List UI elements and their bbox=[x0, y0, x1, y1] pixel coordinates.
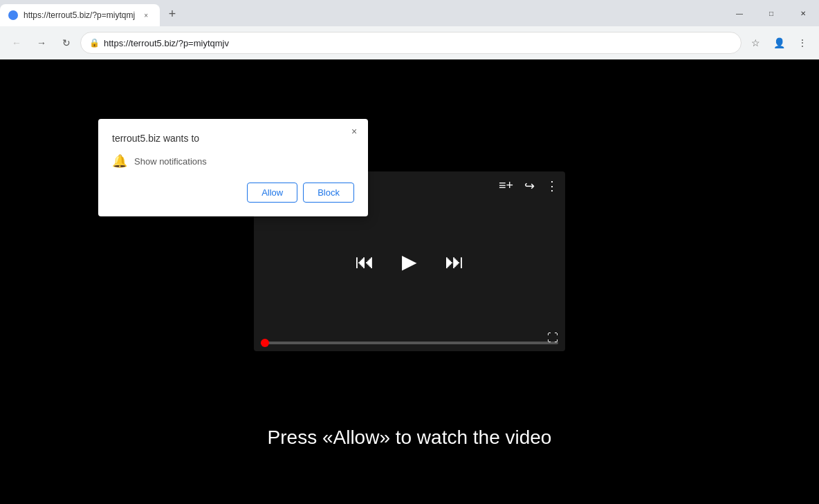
add-to-queue-icon[interactable]: ≡+ bbox=[499, 178, 513, 193]
allow-button[interactable]: Allow bbox=[247, 183, 297, 203]
bell-icon: 🔔 bbox=[112, 153, 127, 169]
menu-button[interactable]: ⋮ bbox=[791, 32, 813, 54]
back-button[interactable]: ← bbox=[6, 32, 28, 54]
address-bar[interactable]: 🔒 https://terrout5.biz/?p=miytqmjv bbox=[80, 32, 742, 54]
nav-right-icons: ☆ 👤 ⋮ bbox=[744, 32, 813, 54]
popup-notification-row: 🔔 Show notifications bbox=[112, 153, 354, 169]
account-button[interactable]: 👤 bbox=[768, 32, 790, 54]
page-main-text: Press «Allow» to watch the video bbox=[268, 427, 552, 449]
fullscreen-button[interactable]: ⛶ bbox=[547, 332, 558, 344]
nav-bar: ← → ↻ 🔒 https://terrout5.biz/?p=miytqmjv… bbox=[0, 26, 819, 59]
popup-description: Show notifications bbox=[134, 156, 207, 167]
lock-icon: 🔒 bbox=[89, 38, 100, 48]
tab-favicon bbox=[8, 10, 18, 20]
share-icon[interactable]: ↪ bbox=[524, 178, 535, 194]
block-button[interactable]: Block bbox=[303, 183, 354, 203]
browser-frame: https://terrout5.biz/?p=miytqmj × + — □ … bbox=[0, 0, 819, 504]
video-right-icons: ≡+ ↪ ⋮ bbox=[499, 178, 558, 194]
popup-buttons: Allow Block bbox=[112, 183, 354, 203]
more-options-icon[interactable]: ⋮ bbox=[546, 178, 558, 194]
title-bar: https://terrout5.biz/?p=miytqmj × + — □ … bbox=[0, 0, 819, 26]
webpage: ⌄ ≡+ ↪ ⋮ ⏮ ▶ ⏭ ⛶ Press «Allo bbox=[0, 59, 819, 504]
video-center-controls: ⏮ ▶ ⏭ bbox=[355, 250, 464, 272]
minimize-button[interactable]: — bbox=[724, 3, 755, 24]
bookmark-button[interactable]: ☆ bbox=[744, 32, 766, 54]
tab-title: https://terrout5.biz/?p=miytqmj bbox=[24, 10, 135, 20]
video-bottom-controls: ⛶ bbox=[261, 342, 558, 344]
progress-bar[interactable] bbox=[261, 342, 558, 344]
window-controls: — □ ✕ bbox=[724, 3, 819, 24]
close-window-button[interactable]: ✕ bbox=[787, 3, 819, 24]
browser-tab[interactable]: https://terrout5.biz/?p=miytqmj × bbox=[0, 4, 160, 26]
play-button[interactable]: ▶ bbox=[402, 250, 417, 272]
next-button[interactable]: ⏭ bbox=[445, 250, 464, 272]
new-tab-button[interactable]: + bbox=[163, 4, 182, 24]
reload-button[interactable]: ↻ bbox=[55, 32, 77, 54]
prev-button[interactable]: ⏮ bbox=[355, 250, 374, 272]
forward-button[interactable]: → bbox=[30, 32, 53, 54]
maximize-button[interactable]: □ bbox=[755, 3, 787, 24]
popup-close-button[interactable]: × bbox=[347, 124, 361, 138]
notification-popup: × terrout5.biz wants to 🔔 Show notificat… bbox=[98, 119, 368, 216]
progress-dot bbox=[261, 339, 269, 347]
popup-title: terrout5.biz wants to bbox=[112, 133, 354, 144]
url-text: https://terrout5.biz/?p=miytqmjv bbox=[104, 38, 733, 48]
tab-close-button[interactable]: × bbox=[140, 10, 151, 21]
